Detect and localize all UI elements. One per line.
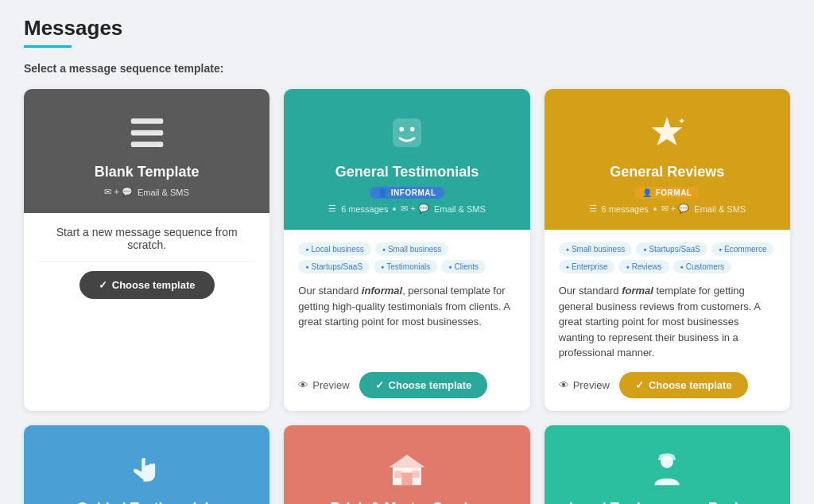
preview-button-testimonials[interactable]: 👁 Preview: [298, 379, 349, 391]
eye-icon: 👁: [559, 379, 569, 391]
choose-template-button-reviews[interactable]: ✓ Choose template: [619, 372, 748, 398]
tag: Small business: [375, 242, 449, 256]
card-blank: Blank Template ✉ + 💬 Email & SMS Start a…: [24, 89, 269, 411]
card-brick-header: Brick & Mortar Service Business Reviews …: [284, 425, 529, 505]
choose-template-button-blank[interactable]: ✓ Choose template: [79, 271, 215, 299]
card-guided-title: Guided Testimonials: [77, 500, 217, 505]
card-blank-desc: Start a new message sequence from scratc…: [38, 226, 255, 262]
tag: Customers: [673, 260, 732, 273]
card-reviews-badge: 👤 FORMAL: [634, 187, 700, 199]
svg-rect-3: [393, 118, 421, 147]
svg-rect-0: [130, 118, 163, 124]
tag: Local business: [298, 242, 370, 256]
card-reviews-meta: ☰ 6 messages ✉ + 💬 Email & SMS: [589, 204, 746, 214]
card-general-reviews: ✦ General Reviews 👤 FORMAL ☰ 6 messages …: [545, 89, 790, 411]
svg-rect-1: [130, 130, 163, 136]
card-tradesperson-title: Local Tradesperson Reviews: [569, 500, 766, 505]
page-title: Messages: [24, 16, 790, 41]
tag: Ecommerce: [711, 242, 774, 256]
card-guided-header: Guided Testimonials 👤 INFORMAL ☰ 4 messa…: [24, 425, 269, 505]
card-testimonials-badge: 👤 INFORMAL: [370, 187, 444, 199]
template-grid: Blank Template ✉ + 💬 Email & SMS Start a…: [24, 89, 790, 504]
svg-text:✦: ✦: [678, 116, 685, 126]
card-testimonials-meta: ☰ 6 messages ✉ + 💬 Email & SMS: [328, 204, 486, 214]
tag: Small business: [559, 242, 633, 256]
card-blank-header: Blank Template ✉ + 💬 Email & SMS: [24, 89, 269, 213]
tag: Clients: [441, 260, 486, 273]
title-underline: [24, 45, 72, 48]
card-guided-testimonials: Guided Testimonials 👤 INFORMAL ☰ 4 messa…: [24, 425, 269, 505]
tag: Reviews: [618, 260, 669, 273]
card-local-tradesperson: Local Tradesperson Reviews 👤 INFORMAL ☰ …: [545, 425, 790, 505]
worker-icon: [645, 448, 688, 490]
tag: Startups/SaaS: [636, 242, 707, 256]
card-blank-meta: ✉ + 💬 Email & SMS: [104, 187, 188, 197]
star-icon: ✦: [645, 111, 688, 154]
hand-icon: [126, 448, 169, 490]
svg-rect-12: [413, 471, 420, 478]
card-reviews-body: Small business Startups/SaaS Ecommerce E…: [545, 230, 790, 411]
store-icon: [386, 448, 428, 490]
card-reviews-desc: Our standard formal template for getting…: [559, 283, 776, 361]
card-testimonials-tags: Local business Small business Startups/S…: [298, 242, 515, 273]
card-reviews-header: ✦ General Reviews 👤 FORMAL ☰ 6 messages …: [545, 89, 790, 230]
preview-button-reviews[interactable]: 👁 Preview: [559, 379, 610, 391]
card-testimonials-title: General Testimonials: [335, 164, 479, 180]
card-brick-mortar: Brick & Mortar Service Business Reviews …: [284, 425, 529, 505]
smile-icon: [386, 111, 428, 154]
tag: Testimonials: [374, 260, 437, 273]
eye-icon: 👁: [298, 379, 308, 391]
list-icon: [126, 111, 169, 154]
card-blank-body: Start a new message sequence from scratc…: [24, 213, 269, 315]
card-reviews-tags: Small business Startups/SaaS Ecommerce E…: [559, 242, 776, 273]
card-reviews-actions: 👁 Preview ✓ Choose template: [559, 372, 776, 398]
card-tradesperson-header: Local Tradesperson Reviews 👤 INFORMAL ☰ …: [545, 425, 790, 505]
card-testimonials-desc: Our standard informal, personal template…: [298, 283, 515, 361]
card-blank-title: Blank Template: [95, 164, 200, 180]
svg-rect-10: [401, 472, 413, 485]
card-general-testimonials: General Testimonials 👤 INFORMAL ☰ 6 mess…: [284, 89, 529, 411]
card-testimonials-actions: 👁 Preview ✓ Choose template: [298, 372, 515, 398]
svg-point-4: [399, 127, 404, 132]
svg-point-5: [410, 127, 415, 132]
tag: Startups/SaaS: [298, 260, 370, 273]
svg-marker-9: [389, 455, 424, 467]
card-testimonials-body: Local business Small business Startups/S…: [284, 230, 529, 411]
card-general-testimonials-header: General Testimonials 👤 INFORMAL ☰ 6 mess…: [284, 89, 529, 230]
choose-template-button-testimonials[interactable]: ✓ Choose template: [359, 372, 488, 398]
card-brick-title: Brick & Mortar Service Business Reviews: [300, 500, 514, 505]
tag: Enterprise: [559, 260, 615, 273]
svg-rect-11: [394, 471, 401, 478]
svg-rect-2: [130, 142, 163, 147]
card-reviews-title: General Reviews: [610, 164, 724, 180]
page-subtitle: Select a message sequence template:: [24, 62, 790, 75]
